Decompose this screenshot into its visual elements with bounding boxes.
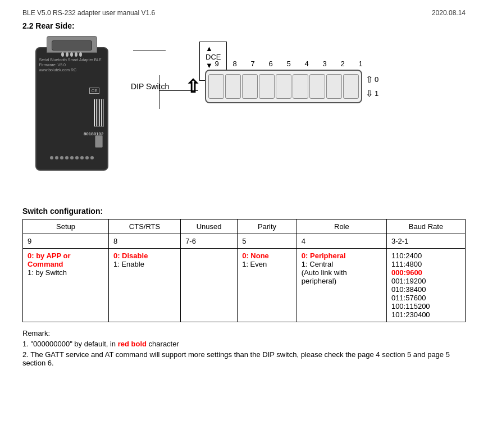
dip-num-9: 9 — [208, 60, 226, 68]
cell-unused-num: 7-6 — [181, 234, 238, 249]
dip-slot-2 — [326, 74, 342, 99]
dip-num-5: 5 — [280, 60, 298, 68]
dip-switch-label: DIP Switch — [131, 82, 169, 91]
device-body: Serial Bluetooth Smart Adapter BLEFirmwa… — [35, 47, 108, 171]
device-label-area: Serial Bluetooth Smart Adapter BLEFirmwa… — [37, 54, 107, 76]
parity-even-label: 1: Even — [242, 260, 267, 268]
baud-2400: 110:2400 — [391, 252, 422, 260]
cell-unused-val — [181, 249, 238, 322]
barcode — [94, 99, 104, 127]
dip-num-3: 3 — [316, 60, 334, 68]
annotation-area: ▲ DCE ▼ DTE DIP Switch 9 8 7 6 5 4 3 2 1… — [121, 36, 466, 193]
baud-19200: 001:19200 — [391, 277, 426, 285]
dce-line — [133, 51, 166, 51]
section-title: 2.2 Rear Side: — [22, 21, 466, 30]
cell-role-val: 0: Peripheral 1: Central (Auto link with… — [297, 249, 386, 322]
cell-parity-val: 0: None 1: Even — [238, 249, 297, 322]
table-section: Switch configuration: Setup CTS/RTS Unus… — [22, 207, 466, 322]
dip-slot-9 — [208, 74, 224, 99]
table-title: Switch configuration: — [22, 207, 466, 216]
cts-disable-label: 0: Disable — [113, 252, 148, 260]
dip-num-2: 2 — [334, 60, 352, 68]
dip-num-1: 1 — [352, 60, 370, 68]
cell-setup-val: 0: by APP orCommand 1: by Switch — [23, 249, 109, 322]
up-arrow-icon: ⇧ — [185, 76, 200, 97]
dip-num-4: 4 — [298, 60, 316, 68]
cts-enable-label: 1: Enable — [113, 260, 144, 268]
table-header-row: Setup CTS/RTS Unused Parity Role Baud Ra… — [23, 220, 466, 234]
dip-arrow-vert — [159, 75, 159, 109]
cell-setup-num: 9 — [23, 234, 109, 249]
role-peripheral-label: 0: Peripheral — [302, 252, 346, 260]
parity-none-label: 0: None — [242, 252, 269, 260]
col-role: Role — [297, 220, 386, 234]
remarks-section: Remark: 1. "000000000" by default, in re… — [22, 329, 466, 367]
physical-switch — [95, 135, 103, 148]
baud-9600: 000:9600 — [391, 268, 422, 277]
cell-baud-num: 3-2-1 — [386, 234, 465, 249]
ce-mark: CE — [89, 88, 99, 94]
table-row-numbers: 9 8 7-6 5 4 3-2-1 — [23, 234, 466, 249]
dip-body — [205, 70, 362, 103]
indicator-0: ⇧ 0 — [366, 74, 378, 85]
cell-cts-val: 0: Disable 1: Enable — [108, 249, 180, 322]
cell-baud-val: 110:2400 111:4800 000:9600 001:19200 010… — [386, 249, 465, 322]
cell-parity-num: 5 — [238, 234, 297, 249]
dip-slot-6 — [259, 74, 275, 99]
col-cts: CTS/RTS — [108, 220, 180, 234]
col-parity: Parity — [238, 220, 297, 234]
device-image: Serial Bluetooth Smart Adapter BLEFirmwa… — [22, 36, 121, 182]
dip-slot-5 — [276, 74, 291, 99]
dip-numbers-row: 9 8 7 6 5 4 3 2 1 — [208, 60, 370, 68]
dip-slot-3 — [309, 74, 325, 99]
role-peripheral2-label: peripheral) — [302, 277, 336, 285]
db9-connector — [47, 36, 97, 53]
col-baud: Baud Rate — [386, 220, 465, 234]
dip-switches: ⇧ ⇧ 0 ⇩ 1 — [185, 70, 378, 103]
switch-config-table: Setup CTS/RTS Unused Parity Role Baud Ra… — [22, 219, 466, 322]
col-unused: Unused — [181, 220, 238, 234]
remark-line1: 1. "000000000" by default, in red bold c… — [22, 340, 466, 348]
setup-switch-label: 1: by Switch — [28, 268, 67, 277]
baud-57600: 011:57600 — [391, 294, 426, 302]
baud-230400: 101:230400 — [391, 310, 430, 319]
dip-slot-7 — [242, 74, 258, 99]
col-setup: Setup — [23, 220, 109, 234]
diagram-area: Serial Bluetooth Smart Adapter BLEFirmwa… — [22, 36, 466, 193]
table-row-values: 0: by APP orCommand 1: by Switch 0: Disa… — [23, 249, 466, 322]
dots-row — [50, 156, 94, 159]
remark-line2: 2. The GATT service and AT command will … — [22, 350, 466, 367]
role-central-label: 1: Central — [302, 260, 333, 268]
dip-slot-8 — [225, 74, 241, 99]
cell-cts-num: 8 — [108, 234, 180, 249]
dip-slot-4 — [293, 74, 308, 99]
header-title: BLE V5.0 RS-232 adapter user manual V1.6 — [22, 9, 155, 17]
dip-num-7: 7 — [244, 60, 262, 68]
setup-app-label: 0: by APP orCommand — [28, 252, 71, 268]
dip-slot-1 — [343, 74, 359, 99]
indicator-1: ⇩ 1 — [366, 88, 378, 99]
role-auto-label: (Auto link with — [302, 268, 347, 277]
baud-38400: 010:38400 — [391, 285, 426, 294]
header: BLE V5.0 RS-232 adapter user manual V1.6… — [22, 9, 466, 17]
remark-red-bold: red bold — [118, 340, 147, 348]
remark-intro: Remark: — [22, 329, 466, 337]
baud-4800: 111:4800 — [391, 260, 422, 268]
indicator: ⇧ 0 ⇩ 1 — [366, 74, 378, 99]
header-date: 2020.08.14 — [432, 9, 466, 17]
dip-num-8: 8 — [226, 60, 244, 68]
cell-role-num: 4 — [297, 234, 386, 249]
dip-num-6: 6 — [262, 60, 280, 68]
baud-115200: 100:115200 — [391, 302, 430, 310]
dce-label: ▲ DCE — [206, 44, 221, 61]
